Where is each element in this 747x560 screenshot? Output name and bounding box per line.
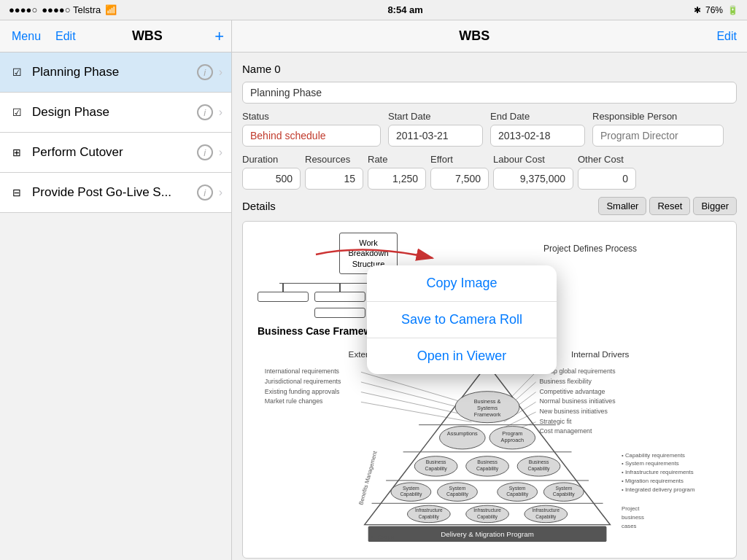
design-info-button[interactable]: i [197, 104, 213, 120]
svg-text:business: business [622, 514, 644, 521]
labour-cost-group: Labour Cost [493, 154, 573, 190]
cutover-icon: ⊞ [9, 144, 25, 160]
status-label: Status [242, 111, 381, 122]
svg-text:Normal business initiatives: Normal business initiatives [539, 397, 616, 405]
menu-button[interactable]: Menu [7, 27, 45, 46]
svg-text:Capability: Capability [477, 514, 498, 520]
svg-text:Infrastructure: Infrastructure [415, 508, 443, 513]
add-button[interactable]: + [214, 27, 224, 46]
sidebar-item-postlive[interactable]: ⊟ Provide Post Go-Live S... i › [0, 173, 231, 213]
svg-text:Capability: Capability [535, 514, 557, 520]
resources-group: Resources [305, 154, 363, 190]
sidebar-item-label-design: Design Phase [32, 105, 197, 120]
effort-label: Effort [430, 154, 489, 165]
svg-text:• System requirements: • System requirements [622, 460, 679, 467]
start-date-group: Start Date [388, 111, 483, 147]
responsible-label: Responsible Person [592, 111, 724, 122]
svg-text:Systems: Systems [477, 405, 498, 411]
svg-text:Existing funding approvals: Existing funding approvals [265, 387, 340, 394]
svg-text:System: System [509, 486, 526, 491]
other-cost-input[interactable] [578, 168, 636, 190]
details-canvas: WorkBreakdownStructure [242, 221, 737, 559]
rate-group: Rate [368, 154, 426, 190]
content-area: Name 0 Status Start Date End Date Respon… [232, 52, 747, 560]
wbs-v-line1 [282, 283, 284, 292]
svg-text:Capability: Capability [446, 491, 469, 497]
svg-text:New business initiatives: New business initiatives [539, 408, 608, 415]
responsible-input[interactable] [592, 125, 724, 147]
svg-text:Infrastructure: Infrastructure [533, 508, 560, 513]
rate-label: Rate [368, 154, 426, 165]
signal-dots: ●●●●○ [9, 4, 37, 15]
start-date-input[interactable] [388, 125, 483, 147]
left-edit-button[interactable]: Edit [51, 27, 80, 46]
save-to-camera-option[interactable]: Save to Camera Roll [367, 302, 557, 338]
sidebar-item-planning[interactable]: ☑ Planning Phase i › [0, 52, 231, 93]
design-icon: ☑ [9, 104, 25, 120]
labour-cost-input[interactable] [493, 168, 573, 190]
other-cost-group: Other Cost [578, 154, 636, 190]
svg-text:Business: Business [477, 459, 498, 464]
other-cost-label: Other Cost [578, 154, 636, 165]
cutover-info-button[interactable]: i [197, 144, 213, 160]
nav-center: WBS [232, 28, 716, 44]
postlive-icon: ⊟ [9, 184, 25, 201]
status-left: ●●●●○ ●●●●○ Telstra 📶 [9, 4, 117, 15]
svg-text:Capability: Capability [506, 491, 529, 497]
duration-label: Duration [242, 154, 301, 165]
svg-text:cases: cases [622, 522, 637, 529]
carrier-label: ●●●●○ Telstra [42, 4, 101, 15]
effort-input[interactable] [430, 168, 489, 190]
svg-text:Business &: Business & [474, 398, 501, 405]
duration-input[interactable] [242, 168, 301, 190]
svg-text:Capability: Capability [528, 466, 551, 472]
svg-text:Business: Business [529, 459, 549, 464]
battery-icon: 🔋 [727, 5, 738, 15]
responsible-group: Responsible Person [592, 111, 724, 147]
wbs-box-l2-1 [314, 308, 365, 318]
svg-text:Infrastructure: Infrastructure [473, 508, 501, 513]
svg-text:Cost management: Cost management [539, 427, 592, 435]
end-date-label: End Date [490, 111, 585, 122]
svg-text:Capability: Capability [425, 466, 448, 472]
open-in-viewer-option[interactable]: Open in Viewer [367, 338, 557, 374]
svg-text:Business flexibility: Business flexibility [539, 378, 592, 385]
sidebar-item-design[interactable]: ☑ Design Phase i › [0, 93, 231, 133]
end-date-input[interactable] [490, 125, 585, 147]
svg-text:• Migration requirements: • Migration requirements [622, 478, 684, 484]
left-nav-title: WBS [86, 28, 209, 44]
planning-info-button[interactable]: i [197, 64, 213, 80]
status-section: Status Start Date End Date Responsible P… [242, 111, 737, 147]
right-edit-button[interactable]: Edit [716, 30, 737, 43]
svg-text:International requirements: International requirements [265, 368, 340, 375]
rate-input[interactable] [368, 168, 426, 190]
sidebar-item-cutover[interactable]: ⊞ Perform Cutover i › [0, 133, 231, 173]
svg-text:Capability: Capability [553, 491, 576, 497]
wbs-box-l1-2 [314, 292, 365, 302]
labour-cost-label: Labour Cost [493, 154, 573, 165]
svg-text:System: System [555, 486, 572, 491]
status-input[interactable] [242, 125, 381, 147]
svg-text:← Scope: ← Scope [371, 534, 394, 540]
planning-chevron-icon: › [219, 66, 222, 79]
bigger-button[interactable]: Bigger [693, 197, 737, 215]
project-text: Project Defines Process [543, 244, 637, 254]
nav-left: Menu Edit WBS + [0, 20, 232, 52]
name-input[interactable] [242, 82, 737, 104]
svg-line-8 [361, 392, 472, 416]
postlive-info-button[interactable]: i [197, 184, 213, 201]
reset-button[interactable]: Reset [649, 197, 690, 215]
metrics-section: Duration Resources Rate Effort Labour Co… [242, 154, 737, 190]
sidebar: ☑ Planning Phase i › ☑ Design Phase i › … [0, 52, 232, 560]
resources-input[interactable] [305, 168, 363, 190]
svg-text:Business: Business [426, 459, 446, 464]
sidebar-item-label-cutover: Perform Cutover [32, 145, 197, 160]
status-right: ✱ 76% 🔋 [694, 5, 738, 15]
details-buttons: Smaller Reset Bigger [598, 197, 737, 215]
smaller-button[interactable]: Smaller [598, 197, 646, 215]
context-menu[interactable]: Copy Image Save to Camera Roll Open in V… [367, 265, 557, 374]
end-date-group: End Date [490, 111, 585, 147]
copy-image-option[interactable]: Copy Image [367, 265, 557, 302]
svg-text:Strategic fit: Strategic fit [539, 418, 572, 425]
svg-line-4 [361, 372, 472, 405]
